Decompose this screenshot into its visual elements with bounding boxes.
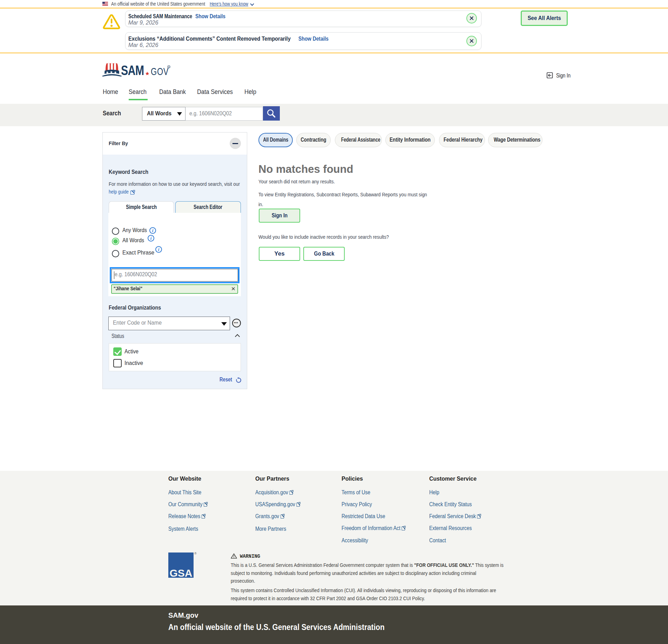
svg-text:R: R xyxy=(168,66,170,68)
svg-text:SAM: SAM xyxy=(121,62,144,77)
svg-text:GOV: GOV xyxy=(151,66,169,77)
